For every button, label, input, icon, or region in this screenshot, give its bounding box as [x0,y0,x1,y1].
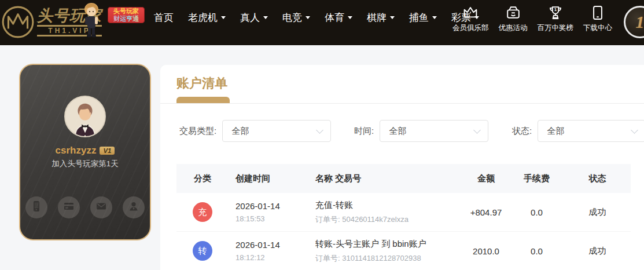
table-header-cell: 名称 交易号 [307,173,463,184]
coin-badge[interactable]: 1 [624,6,644,38]
quick-link-label: 下载中心 [583,23,612,33]
nav-item-chess[interactable]: 棋牌 [367,11,395,24]
table-row: 充2026-01-1418:15:53充值-转账订单号: 504260114k7… [176,193,631,232]
page-title: 账户清单 [176,75,227,92]
joined-days-text: 加入头号玩家第1天 [20,159,150,169]
table-header-cell: 创建时间 [229,173,307,184]
status-select[interactable]: 全部 [538,120,644,142]
table-header-cell: 金额 [463,173,509,184]
chevron-down-icon [316,126,323,134]
profile-action-user[interactable] [123,196,145,218]
chevron-down-icon [221,16,226,19]
chevron-down-icon [432,16,437,19]
promo-badge: 头号玩家 财运亨通 [108,7,145,23]
time-text: 18:12:12 [235,253,307,262]
name-order-cell: 充值-转账订单号: 504260114k7zelxza [307,200,463,225]
order-number: 订单号: 504260114k7zelxza [315,214,463,225]
time-select[interactable]: 全部 [380,120,488,142]
nav-item-fishing[interactable]: 捕鱼 [409,11,437,24]
profile-action-mobile[interactable] [25,196,47,218]
profile-actions [20,196,150,218]
time-text: 18:15:53 [235,214,307,223]
mascot-image [80,2,102,43]
quick-link-label: 优惠活动 [499,23,528,33]
order-number: 订单号: 3101141812128702938 [315,253,463,264]
fee-cell: 0.0 [509,207,564,217]
profile-action-bank-card[interactable] [58,196,80,218]
table-header-cell: 分类 [176,173,229,184]
quick-link-label: 会员俱乐部 [452,23,489,33]
category-badge: 转 [193,241,212,261]
nav-item-label: 体育 [325,11,344,24]
created-time-cell: 2026-01-1418:12:12 [229,240,307,262]
created-time-cell: 2026-01-1418:15:53 [229,201,307,223]
transactions-table: 分类创建时间名称 交易号金额手续费状态充2026-01-1418:15:53充值… [176,164,631,270]
bank-card-icon [62,199,76,216]
quick-link-promotions[interactable]: 优惠活动 [499,4,528,33]
chevron-down-icon [390,16,395,19]
select-value: 全部 [389,121,406,141]
table-header-cell: 手续费 [509,173,564,184]
nav-item-label: 捕鱼 [409,11,429,24]
gift-box-icon [505,4,522,21]
chevron-down-icon [473,126,481,134]
logo-emblem-icon [1,5,35,39]
quick-link-label: 百万中奖榜 [538,23,574,33]
fee-cell: 0.0 [509,246,564,256]
username: csrhzyzz [56,145,97,156]
name-order-cell: 转账-头号主账户 到 bbin账户订单号: 310114181212870293… [307,239,463,264]
nav-item-live[interactable]: 真人 [240,11,268,24]
category-cell: 充 [176,202,229,222]
select-value: 全部 [547,121,564,141]
coin-badge-text: 1 [636,12,644,32]
nav-item-slots[interactable]: 老虎机 [188,11,226,24]
quick-links: 会员俱乐部优惠活动1百万中奖榜下载中心 [452,4,612,33]
table-header-row: 分类创建时间名称 交易号金额手续费状态 [176,164,631,193]
nav-item-sports[interactable]: 体育 [325,11,352,24]
filter-transaction-type: 交易类型:全部 [179,120,331,142]
username-row: csrhzyzzV1 [20,145,150,156]
quick-link-download-center[interactable]: 下载中心 [583,4,612,33]
transaction-type-select[interactable]: 全部 [222,120,331,142]
category-cell: 转 [176,241,229,261]
mobile-icon [30,199,43,216]
filter-label: 状态: [512,126,532,137]
select-value: 全部 [231,121,249,141]
download-phone-icon [589,4,606,21]
active-tab-indicator [176,97,230,103]
avatar [64,96,106,137]
status-cell: 成功 [564,207,631,218]
crown-icon [462,4,479,21]
page: 头号玩家 TH1.VIP 头号玩家 财运亨通 首页老虎机 [0,0,644,270]
vip-level-badge: V1 [100,147,115,155]
chevron-down-icon [306,16,310,19]
nav-item-esports[interactable]: 电竞 [282,11,310,24]
quick-link-jackpot-board[interactable]: 1百万中奖榜 [538,4,574,33]
date-text: 2026-01-14 [235,240,307,250]
nav-item-label: 棋牌 [367,11,387,24]
transaction-name: 转账-头号主账户 到 bbin账户 [315,239,463,250]
filter-time: 时间:全部 [354,120,488,142]
filter-label: 交易类型: [179,126,216,137]
nav-item-home[interactable]: 首页 [154,11,174,24]
filter-status: 状态:全部 [512,120,644,142]
chevron-down-icon [263,16,268,19]
main-nav: 首页老虎机真人电竞体育棋牌捕鱼彩票 [154,6,479,29]
nav-item-label: 首页 [154,11,174,24]
category-badge: 充 [193,202,212,222]
nav-item-label: 老虎机 [188,11,218,24]
nav-item-label: 真人 [240,11,260,24]
date-text: 2026-01-14 [235,201,307,211]
content-panel: 账户清单 交易类型:全部时间:全部状态:全部 分类创建时间名称 交易号金额手续费… [160,65,644,270]
title-divider [160,103,644,104]
mail-icon [94,199,108,216]
status-cell: 成功 [564,246,631,257]
table-header-cell: 状态 [564,173,631,184]
chevron-down-icon [631,126,638,134]
chevron-down-icon [348,16,352,19]
transaction-name: 充值-转账 [315,200,463,211]
top-header: 头号玩家 TH1.VIP 头号玩家 财运亨通 首页老虎机 [0,0,644,45]
profile-action-mail[interactable] [90,196,112,218]
quick-link-member-club[interactable]: 会员俱乐部 [452,4,489,33]
profile-card: csrhzyzzV1 加入头号玩家第1天 [19,64,151,240]
